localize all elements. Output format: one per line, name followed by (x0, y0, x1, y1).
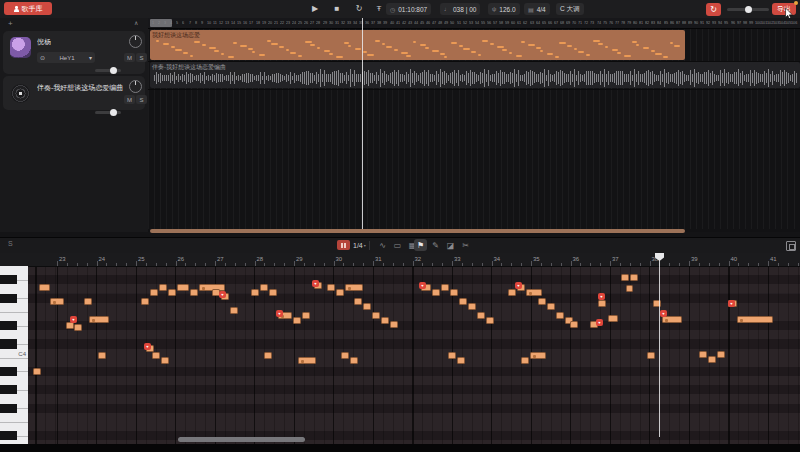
master-volume-slider[interactable] (727, 8, 769, 11)
midi-note[interactable] (608, 315, 618, 322)
singer-avatar[interactable] (10, 37, 31, 58)
key-display[interactable]: C 大调 (556, 3, 584, 15)
midi-clip[interactable]: 我好想谈这场恋爱 (150, 30, 685, 60)
midi-note[interactable] (84, 298, 92, 305)
voice-select-dropdown[interactable]: ⊙ HeY1 ▾ (37, 52, 95, 63)
piano-keyboard[interactable]: C4 (0, 266, 28, 444)
piano-roll-ruler[interactable]: 23242526272829303132333435363738394041 (0, 253, 800, 267)
volume-handle[interactable] (110, 67, 117, 74)
pitch-marker-icon[interactable]: ♥ (276, 310, 283, 317)
solo-button[interactable]: S (136, 95, 147, 104)
tempo-display[interactable]: ψ 126.0 (488, 3, 520, 15)
collapse-panel-icon[interactable]: ∧ (134, 19, 138, 26)
midi-note[interactable] (621, 274, 629, 281)
black-key[interactable] (0, 321, 17, 330)
black-key[interactable] (0, 275, 17, 284)
midi-note[interactable] (74, 324, 82, 331)
midi-note[interactable] (708, 356, 716, 363)
midi-note[interactable] (508, 289, 516, 296)
black-key[interactable] (0, 294, 17, 303)
solo-button[interactable]: S (136, 53, 147, 62)
audio-clip[interactable]: 伴奏-我好想谈这场恋爱编曲 (150, 62, 800, 88)
midi-note[interactable] (190, 289, 198, 296)
midi-note[interactable] (264, 352, 272, 359)
midi-note[interactable] (66, 322, 74, 329)
midi-note[interactable] (141, 298, 149, 305)
mute-button[interactable]: M (124, 95, 135, 104)
pointer-tool[interactable]: ⚑ (414, 239, 427, 251)
midi-note[interactable] (336, 289, 344, 296)
volume-slider-handle[interactable] (745, 6, 752, 13)
midi-note[interactable] (538, 298, 546, 305)
midi-note[interactable] (161, 357, 169, 364)
pitch-marker-icon[interactable]: ♥ (728, 300, 735, 307)
midi-note[interactable] (230, 307, 238, 314)
track-volume-knob[interactable] (129, 35, 142, 48)
midi-note[interactable] (98, 352, 106, 359)
midi-note[interactable] (298, 357, 316, 364)
midi-input-icon[interactable] (337, 240, 350, 250)
midi-note[interactable] (354, 298, 362, 305)
midi-note[interactable] (150, 289, 158, 296)
midi-note[interactable] (293, 317, 301, 324)
black-key[interactable] (0, 431, 17, 440)
volume-handle[interactable] (110, 109, 117, 116)
midi-note[interactable] (345, 284, 363, 291)
midi-note[interactable] (327, 284, 335, 291)
arrangement-ruler[interactable]: 1234567891011121314151617181920212223242… (148, 18, 800, 29)
midi-note[interactable] (570, 321, 578, 328)
pitch-marker-icon[interactable]: ♥ (660, 310, 667, 317)
midi-note[interactable] (662, 316, 682, 323)
midi-note[interactable] (526, 289, 542, 296)
black-key[interactable] (0, 385, 17, 394)
arrangement-scrollbar[interactable] (150, 229, 685, 233)
pitch-marker-icon[interactable]: ♥ (312, 280, 319, 287)
metronome-icon[interactable]: Ŧ (372, 0, 386, 18)
midi-note[interactable] (159, 284, 167, 291)
pitch-marker-icon[interactable]: ♥ (598, 293, 605, 300)
pitch-marker-icon[interactable]: ♥ (419, 282, 426, 289)
stop-button[interactable]: ■ (330, 0, 344, 18)
midi-note[interactable] (390, 321, 398, 328)
midi-note[interactable] (33, 368, 41, 375)
midi-note[interactable] (626, 285, 633, 292)
midi-note[interactable] (547, 303, 555, 310)
midi-note[interactable] (363, 303, 371, 310)
note-box-icon[interactable]: ▭ (391, 239, 404, 251)
midi-note[interactable] (432, 289, 440, 296)
track-card-accompaniment[interactable]: 伴奏-我好想谈这场恋爱编曲 M S (3, 76, 145, 110)
pitch-marker-icon[interactable]: ♥ (596, 319, 603, 326)
midi-note[interactable] (341, 352, 349, 359)
black-key[interactable] (0, 367, 17, 376)
mute-button[interactable]: M (124, 53, 135, 62)
pitch-curve-icon[interactable]: ∿ (376, 239, 389, 251)
fullscreen-icon[interactable] (786, 241, 796, 251)
arrangement-playhead[interactable] (362, 18, 363, 229)
midi-note[interactable] (598, 300, 606, 307)
loop-toggle-icon[interactable]: ↻ (352, 0, 366, 18)
midi-note[interactable] (350, 357, 358, 364)
track-card-vocal[interactable]: 倪杨 ⊙ HeY1 ▾ M S (3, 31, 145, 74)
pitch-marker-icon[interactable]: ♥ (144, 343, 151, 350)
midi-note[interactable] (152, 352, 160, 359)
midi-note[interactable] (468, 303, 476, 310)
track-volume-knob[interactable] (129, 80, 142, 93)
midi-note[interactable] (737, 316, 773, 323)
track-volume-slider[interactable] (95, 111, 121, 114)
midi-note[interactable] (459, 298, 467, 305)
midi-note[interactable] (177, 284, 189, 291)
scissors-tool[interactable]: ✂ (459, 239, 472, 251)
midi-note[interactable] (260, 284, 268, 291)
midi-note[interactable] (486, 317, 494, 324)
loop-region-button[interactable]: ↻ (706, 3, 721, 16)
horizontal-scrollbar[interactable] (178, 437, 305, 442)
pencil-tool[interactable]: ✎ (429, 239, 442, 251)
midi-note[interactable] (50, 298, 64, 305)
midi-note[interactable] (372, 312, 380, 319)
track-volume-slider[interactable] (95, 69, 121, 72)
pitch-marker-icon[interactable]: ♥ (70, 316, 77, 323)
time-signature-display[interactable]: ▤ 4/4 (524, 3, 550, 15)
black-key[interactable] (0, 404, 17, 413)
midi-note[interactable] (530, 352, 546, 359)
midi-note[interactable] (39, 284, 50, 291)
